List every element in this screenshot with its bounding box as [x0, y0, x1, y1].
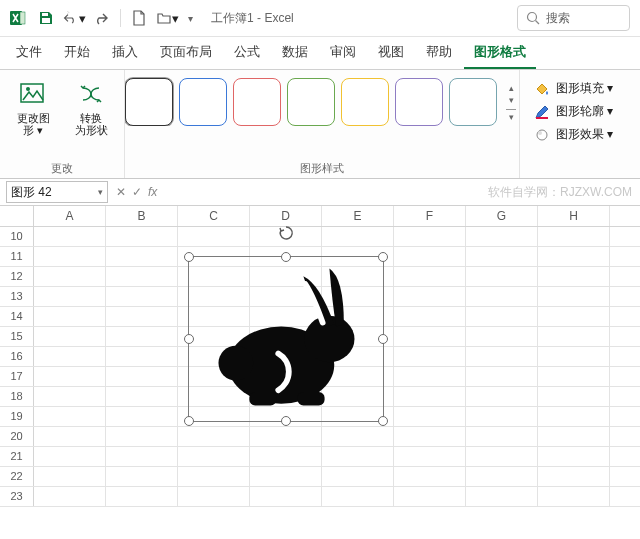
cell[interactable] — [394, 407, 466, 426]
cell[interactable] — [106, 467, 178, 486]
cell[interactable] — [538, 227, 610, 246]
cell[interactable] — [394, 287, 466, 306]
cell[interactable] — [538, 247, 610, 266]
cell[interactable] — [250, 487, 322, 506]
change-graphic-button[interactable]: 更改图 形 ▾ — [6, 74, 60, 140]
row-header[interactable]: 12 — [0, 267, 34, 286]
cell[interactable] — [538, 327, 610, 346]
cell[interactable] — [106, 427, 178, 446]
style-preset-2[interactable] — [233, 78, 281, 126]
row-header[interactable]: 19 — [0, 407, 34, 426]
cell[interactable] — [106, 487, 178, 506]
cell[interactable] — [538, 427, 610, 446]
cell[interactable] — [538, 347, 610, 366]
tab-insert[interactable]: 插入 — [102, 37, 148, 69]
column-header[interactable]: F — [394, 206, 466, 226]
tab-formulas[interactable]: 公式 — [224, 37, 270, 69]
tab-home[interactable]: 开始 — [54, 37, 100, 69]
tab-data[interactable]: 数据 — [272, 37, 318, 69]
cell[interactable] — [394, 367, 466, 386]
cell[interactable] — [538, 307, 610, 326]
resize-handle-top-right[interactable] — [378, 252, 388, 262]
cell[interactable] — [538, 367, 610, 386]
cell[interactable] — [106, 267, 178, 286]
row-header[interactable]: 11 — [0, 247, 34, 266]
resize-handle-bottom-mid[interactable] — [281, 416, 291, 426]
cell[interactable] — [106, 307, 178, 326]
shape-effects-button[interactable]: 图形效果 ▾ — [530, 124, 630, 145]
cell[interactable] — [394, 267, 466, 286]
resize-handle-mid-left[interactable] — [184, 334, 194, 344]
cell[interactable] — [466, 287, 538, 306]
cell[interactable] — [538, 487, 610, 506]
cell[interactable] — [322, 467, 394, 486]
cell[interactable] — [466, 367, 538, 386]
cell[interactable] — [106, 367, 178, 386]
cell[interactable] — [394, 447, 466, 466]
style-preset-1[interactable] — [179, 78, 227, 126]
tab-help[interactable]: 帮助 — [416, 37, 462, 69]
shape-outline-button[interactable]: 图形轮廓 ▾ — [530, 101, 630, 122]
row-header[interactable]: 16 — [0, 347, 34, 366]
cell[interactable] — [466, 267, 538, 286]
cell[interactable] — [106, 387, 178, 406]
tab-view[interactable]: 视图 — [368, 37, 414, 69]
cell[interactable] — [106, 447, 178, 466]
cell[interactable] — [322, 447, 394, 466]
column-header[interactable]: A — [34, 206, 106, 226]
cell[interactable] — [466, 327, 538, 346]
row-header[interactable]: 18 — [0, 387, 34, 406]
cell[interactable] — [106, 407, 178, 426]
cell[interactable] — [34, 467, 106, 486]
undo-button[interactable]: ▾ — [62, 6, 86, 30]
name-box[interactable]: 图形 42 ▾ — [6, 181, 108, 203]
resize-handle-bottom-left[interactable] — [184, 416, 194, 426]
cell[interactable] — [322, 227, 394, 246]
excel-app-icon[interactable] — [6, 6, 30, 30]
cell[interactable] — [106, 347, 178, 366]
cell[interactable] — [466, 227, 538, 246]
style-preset-0[interactable] — [125, 78, 173, 126]
cell[interactable] — [106, 287, 178, 306]
search-input[interactable]: 搜索 — [517, 5, 630, 31]
rotate-handle[interactable] — [278, 225, 294, 241]
cell[interactable] — [538, 467, 610, 486]
tab-file[interactable]: 文件 — [6, 37, 52, 69]
cell[interactable] — [34, 327, 106, 346]
row-header[interactable]: 21 — [0, 447, 34, 466]
cell[interactable] — [106, 327, 178, 346]
cell[interactable] — [394, 467, 466, 486]
cell[interactable] — [178, 467, 250, 486]
shape-fill-button[interactable]: 图形填充 ▾ — [530, 78, 630, 99]
row-header[interactable]: 13 — [0, 287, 34, 306]
select-all-corner[interactable] — [0, 206, 34, 226]
cell[interactable] — [34, 447, 106, 466]
cell[interactable] — [34, 367, 106, 386]
cell[interactable] — [322, 427, 394, 446]
cell[interactable] — [394, 307, 466, 326]
save-button[interactable] — [34, 6, 58, 30]
row-header[interactable]: 10 — [0, 227, 34, 246]
cell[interactable] — [34, 247, 106, 266]
cell[interactable] — [34, 307, 106, 326]
cell[interactable] — [106, 247, 178, 266]
column-header[interactable]: B — [106, 206, 178, 226]
cell[interactable] — [178, 487, 250, 506]
cell[interactable] — [466, 247, 538, 266]
cell[interactable] — [178, 427, 250, 446]
confirm-entry-button[interactable]: ✓ — [132, 185, 142, 199]
cell[interactable] — [178, 227, 250, 246]
style-preset-4[interactable] — [341, 78, 389, 126]
cell[interactable] — [466, 427, 538, 446]
cell[interactable] — [394, 387, 466, 406]
cell[interactable] — [466, 447, 538, 466]
cell[interactable] — [466, 387, 538, 406]
column-header[interactable]: E — [322, 206, 394, 226]
resize-handle-mid-right[interactable] — [378, 334, 388, 344]
cell[interactable] — [466, 467, 538, 486]
convert-to-shape-button[interactable]: 转换 为形状 — [64, 74, 118, 140]
cell[interactable] — [106, 227, 178, 246]
cell[interactable] — [34, 407, 106, 426]
cell[interactable] — [466, 347, 538, 366]
cell[interactable] — [538, 267, 610, 286]
